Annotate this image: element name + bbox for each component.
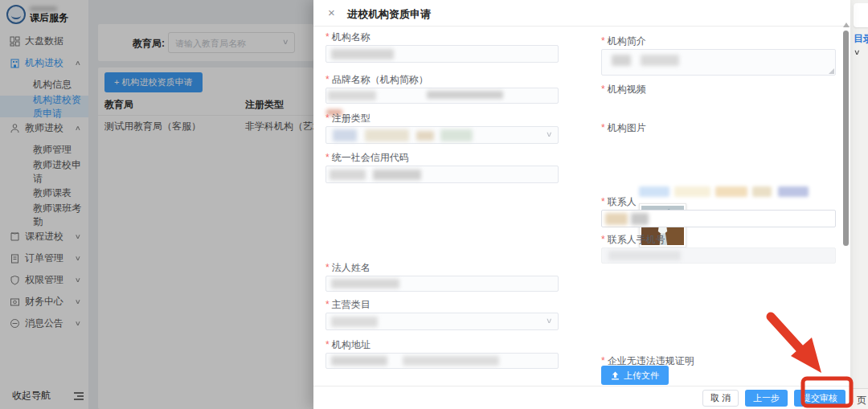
adjacent-window-card (854, 3, 868, 27)
brand-name-input[interactable] (326, 88, 559, 104)
submit-review-button[interactable]: 提交审核 (794, 390, 845, 407)
redacted-value (427, 91, 503, 99)
screen: 课后服务 大盘数据 机构进校 ∧ 机构信息 机构进校资质申请 教师进校 ∧ (0, 0, 868, 409)
adjacent-window-strip: 目录 ∨ 页 (850, 0, 868, 409)
redacted-value (440, 129, 473, 141)
cancel-button[interactable]: 取 消 (702, 390, 739, 407)
chevron-down-icon: ∨ (546, 317, 553, 325)
drawer-footer: 取 消 上一步 提交审核 (313, 386, 850, 409)
redacted-value (331, 317, 378, 327)
redacted-value (608, 251, 681, 260)
redacted-value (331, 49, 394, 59)
redacted-value (403, 356, 499, 366)
redacted-value (631, 213, 649, 225)
redacted-value (365, 129, 409, 141)
field-legal-person: 法人姓名 (326, 262, 559, 292)
org-intro-textarea[interactable] (601, 49, 836, 76)
scrollbar-thumb[interactable] (843, 31, 849, 246)
upload-file-button[interactable]: 上传文件 (601, 366, 669, 385)
redacted-value (331, 356, 387, 366)
contact-phone-input[interactable] (601, 247, 836, 264)
redacted-value (333, 129, 357, 141)
field-org-name: 机构名称 (326, 31, 559, 63)
modal-mask[interactable] (0, 0, 313, 409)
page-label: 页 (857, 394, 866, 407)
drawer-header: × 进校机构资质申请 (313, 0, 850, 27)
close-icon[interactable]: × (328, 6, 335, 19)
adjacent-window-statusbar: 页 (850, 388, 868, 409)
field-registration-type: 注册类型 ∨ (326, 112, 559, 144)
contact-input[interactable] (601, 210, 836, 227)
field-org-video: 机构视频 (601, 84, 836, 95)
redacted-value (331, 279, 399, 288)
chevron-down-icon: ∨ (546, 130, 553, 138)
redacted-value (612, 55, 631, 66)
field-org-intro: 机构简介 (601, 35, 836, 76)
field-contact: 联系人 (601, 196, 836, 227)
field-brand-name: 品牌名称（机构简称） (326, 74, 559, 104)
redacted-value (373, 170, 421, 180)
credit-code-input[interactable] (326, 166, 559, 183)
field-no-violation-cert: 企业无违法违规证明 (601, 355, 836, 366)
field-contact-phone: 联系人手机号 (601, 234, 836, 264)
previous-step-button[interactable]: 上一步 (745, 390, 788, 407)
drawer-title: 进校机构资质申请 (347, 7, 431, 22)
org-address-input[interactable] (326, 353, 559, 369)
field-org-image: 机构图片 (601, 122, 836, 133)
qualification-drawer: × 进校机构资质申请 机构名称 品牌名称（机构简称） 注册类型 (313, 0, 850, 409)
field-main-category: 主营类目 ∨ (326, 299, 559, 330)
field-org-address: 机构地址 (326, 339, 559, 369)
legal-person-input[interactable] (326, 276, 559, 292)
scroll-up-icon[interactable] (843, 22, 850, 27)
redacted-value (416, 131, 434, 141)
toc-label[interactable]: 目录 (854, 32, 868, 46)
redacted-value (328, 91, 376, 100)
field-credit-code: 统一社会信用代码 (326, 152, 559, 183)
upload-icon (611, 371, 620, 380)
main-category-select[interactable]: ∨ (326, 313, 559, 330)
redacted-value (641, 55, 679, 66)
redacted-value (605, 213, 628, 225)
redacted-value (330, 170, 366, 180)
registration-type-select[interactable]: ∨ (326, 126, 559, 144)
chevron-down-icon: ∨ (854, 48, 861, 56)
org-name-input[interactable] (326, 45, 559, 63)
